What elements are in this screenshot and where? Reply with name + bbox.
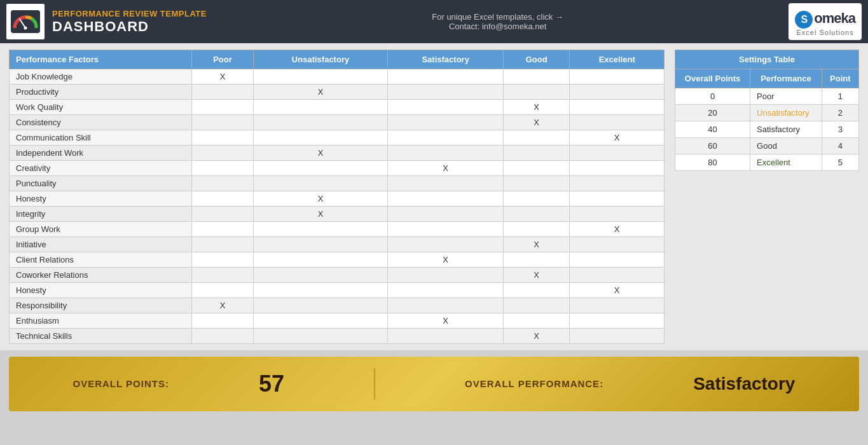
rating-cell [503, 69, 570, 85]
table-row: Technical SkillsX [10, 329, 665, 344]
rating-cell [388, 298, 504, 313]
rating-cell [192, 85, 253, 100]
rating-cell [192, 130, 253, 146]
rating-cell: X [253, 191, 388, 207]
footer-overall-points-label: OVERALL POINTS: [73, 378, 169, 390]
factor-cell: Group Work [10, 222, 192, 237]
rating-cell [570, 69, 665, 85]
factor-cell: Punctuality [10, 176, 192, 191]
settings-points-cell: 40 [675, 121, 750, 138]
someka-logo: Someka Excel Solutions [795, 7, 855, 36]
table-row: ResponsibilityX [10, 298, 665, 313]
promo-text: For unique Excel templates, click → [432, 12, 563, 22]
settings-row: 80Excellent5 [675, 154, 859, 171]
rating-cell [503, 146, 570, 161]
settings-table-container: Settings Table Overall Points Performanc… [675, 50, 859, 344]
rating-cell [503, 176, 570, 191]
rating-cell: X [570, 283, 665, 298]
rating-cell [503, 207, 570, 222]
rating-cell [570, 268, 665, 283]
rating-cell [388, 222, 504, 237]
factor-cell: Integrity [10, 207, 192, 222]
rating-cell: X [253, 85, 388, 100]
table-row: HonestyX [10, 283, 665, 298]
table-row: Coworker RelationsX [10, 268, 665, 283]
settings-perf-cell: Excellent [750, 154, 822, 171]
rating-cell: X [570, 222, 665, 237]
performance-table: Performance Factors Poor Unsatisfactory … [9, 50, 665, 344]
rating-cell [192, 176, 253, 191]
rating-cell [192, 268, 253, 283]
table-row: IntegrityX [10, 207, 665, 222]
factor-cell: Coworker Relations [10, 268, 192, 283]
col-header-poor: Poor [192, 50, 253, 69]
rating-cell [253, 130, 388, 146]
table-row: Communication SkillX [10, 130, 665, 146]
rating-cell: X [503, 115, 570, 130]
rating-cell [192, 329, 253, 344]
settings-point-cell: 4 [822, 138, 858, 154]
rating-cell [570, 176, 665, 191]
settings-row: 20Unsatisfactory2 [675, 105, 859, 121]
table-row: Group WorkX [10, 222, 665, 237]
rating-cell [253, 252, 388, 268]
rating-cell: X [503, 100, 570, 115]
factor-cell: Creativity [10, 161, 192, 176]
rating-cell [253, 115, 388, 130]
settings-col-point: Point [822, 69, 858, 88]
rating-cell [570, 237, 665, 252]
factor-cell: Honesty [10, 191, 192, 207]
rating-cell [253, 268, 388, 283]
main-content: Performance Factors Poor Unsatisfactory … [0, 43, 868, 350]
rating-cell [388, 191, 504, 207]
rating-cell [503, 161, 570, 176]
settings-perf-cell: Good [750, 138, 822, 154]
rating-cell [570, 252, 665, 268]
speedometer-icon [10, 9, 41, 34]
rating-cell [192, 237, 253, 252]
rating-cell [503, 85, 570, 100]
rating-cell [192, 191, 253, 207]
factor-cell: Independent Work [10, 146, 192, 161]
table-row: HonestyX [10, 191, 665, 207]
table-row: ProductivityX [10, 85, 665, 100]
settings-col-headers: Overall Points Performance Point [675, 69, 859, 88]
settings-point-cell: 2 [822, 105, 858, 121]
table-row: Work QualityX [10, 100, 665, 115]
settings-perf-cell: Satisfactory [750, 121, 822, 138]
rating-cell [192, 207, 253, 222]
settings-points-cell: 0 [675, 88, 750, 105]
rating-cell [388, 85, 504, 100]
settings-points-cell: 60 [675, 138, 750, 154]
rating-cell: X [503, 268, 570, 283]
rating-cell [570, 115, 665, 130]
rating-cell [388, 100, 504, 115]
table-header-row: Performance Factors Poor Unsatisfactory … [10, 50, 665, 69]
header-promo[interactable]: For unique Excel templates, click → Cont… [432, 12, 563, 31]
rating-cell [192, 313, 253, 329]
factor-cell: Responsibility [10, 298, 192, 313]
table-row: InitiativeX [10, 237, 665, 252]
col-header-good: Good [503, 50, 570, 69]
rating-cell [192, 222, 253, 237]
rating-cell [388, 237, 504, 252]
rating-cell [253, 69, 388, 85]
rating-cell: X [570, 130, 665, 146]
svg-point-2 [24, 27, 27, 30]
someka-logo-text: Someka [795, 7, 855, 29]
factor-cell: Consistency [10, 115, 192, 130]
factor-cell: Communication Skill [10, 130, 192, 146]
header-titles: PERFORMANCE REVIEW TEMPLATE DASHBOARD [52, 9, 207, 35]
rating-cell [192, 146, 253, 161]
factor-cell: Technical Skills [10, 329, 192, 344]
col-header-unsat: Unsatisfactory [253, 50, 388, 69]
rating-cell [388, 268, 504, 283]
rating-cell [192, 161, 253, 176]
table-row: Job KnowledgeX [10, 69, 665, 85]
rating-cell [253, 298, 388, 313]
footer-overall-perf-label: OVERALL PERFORMANCE: [465, 378, 603, 390]
rating-cell [570, 313, 665, 329]
rating-cell [388, 207, 504, 222]
rating-cell: X [192, 69, 253, 85]
settings-row: 60Good4 [675, 138, 859, 154]
